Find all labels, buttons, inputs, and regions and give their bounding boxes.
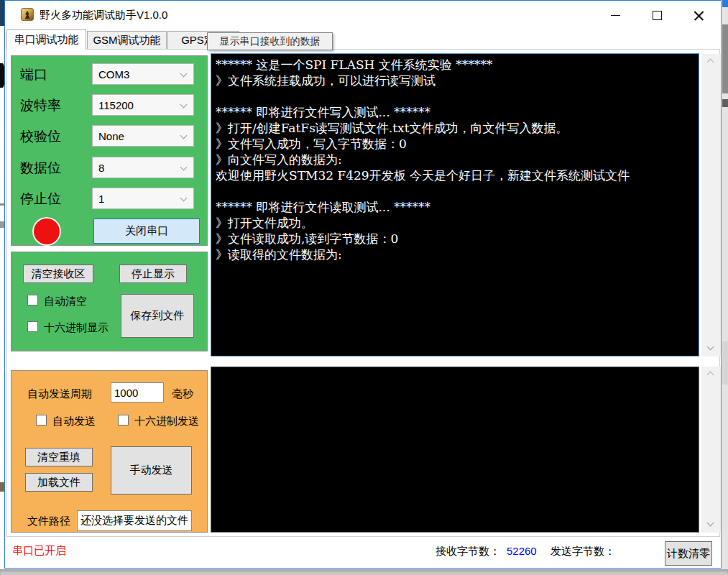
stopbits-value: 1 [98,193,104,205]
terminal-line: 》打开文件成功。 [216,215,694,231]
scroll-down-icon[interactable] [707,344,714,351]
hex-display-label: 十六进制显示 [44,321,109,335]
auto-send-period-input[interactable] [111,382,164,402]
hex-send-label: 十六进制发送 [134,415,199,428]
desktop-bottom-strip [0,569,728,575]
auto-clear-checkbox[interactable] [27,295,38,305]
terminal-line [216,88,694,104]
baud-value: 115200 [98,99,134,111]
auto-send-period-label: 自动发送周期 [27,387,92,401]
app-window: 野火多功能调试助手V1.0.0 串口调试功能 GSM调试功能 GPS定位 显示串… [4,0,722,569]
stop-display-button[interactable]: 停止显示 [119,264,187,283]
window-title: 野火多功能调试助手V1.0.0 [40,9,167,22]
stopbits-label: 停止位 [20,190,61,208]
scroll-up-icon[interactable] [707,59,714,66]
minimize-button[interactable] [600,5,630,25]
send-scrollbar[interactable] [701,367,721,533]
tab-gsm-debug[interactable]: GSM调试功能 [87,31,167,50]
chevron-down-icon [180,101,188,109]
auto-send-label: 自动发送 [52,415,96,428]
hex-display-checkbox[interactable] [27,321,38,332]
tx-bytes-label: 发送字节数： [550,545,615,558]
status-bar: 串口已开启 接收字节数： 52260 发送字节数： 计数清零 [6,537,720,568]
close-port-button[interactable]: 关闭串口 [93,218,200,244]
serial-settings-panel: 端口 COM3 波特率 115200 校验位 None 数据位 8 停止位 1 … [11,55,208,246]
rx-bytes-label: 接收字节数： [436,545,500,558]
receive-data-area[interactable]: ****** 这是一个SPI FLASH 文件系统实验 ****** 》文件系统… [211,53,699,356]
desktop-right-artifact [722,24,728,93]
chevron-down-icon [180,164,188,171]
auto-send-checkbox[interactable] [36,415,47,426]
send-data-area[interactable] [211,367,699,533]
tab-serial-debug[interactable]: 串口调试功能 [6,29,86,50]
chevron-down-icon [180,195,188,202]
databits-value: 8 [98,162,104,174]
save-to-file-button[interactable]: 保存到文件 [121,294,194,338]
desktop-right-artifact [722,341,728,385]
terminal-line: 》文件读取成功,读到字节数据：0 [216,231,694,247]
parity-value: None [98,130,124,142]
terminal-line: ****** 即将进行文件读取测试... ****** [216,199,694,215]
receive-controls-panel: 清空接收区 停止显示 自动清空 保存到文件 十六进制显示 [11,252,208,351]
terminal-line: 欢迎使用野火STM32 F429开发板 今天是个好日子，新建文件系统测试文件 [216,167,694,183]
databits-label: 数据位 [20,159,61,178]
parity-select[interactable]: None [92,125,194,147]
port-label: 端口 [20,65,47,84]
port-value: COM3 [98,68,129,80]
terminal-line: 》打开/创建FatFs读写测试文件.txt文件成功，向文件写入数据。 [216,120,694,136]
hex-send-checkbox[interactable] [118,415,129,426]
load-file-button[interactable]: 加载文件 [25,473,93,492]
terminal-line [216,183,694,199]
milliseconds-label: 毫秒 [172,387,193,401]
baud-label: 波特率 [20,96,61,115]
terminal-line: ****** 即将进行文件写入测试... ****** [216,104,694,120]
chevron-down-icon [180,70,188,78]
maximize-button[interactable] [642,5,672,25]
manual-send-button[interactable]: 手动发送 [111,446,192,494]
scroll-up-icon[interactable] [707,372,714,379]
auto-clear-label: 自动清空 [44,295,87,308]
port-open-indicator [34,218,60,244]
file-path-input[interactable] [77,510,192,531]
close-button[interactable] [683,5,714,25]
databits-select[interactable]: 8 [92,157,194,178]
reset-counter-button[interactable]: 计数清零 [665,541,712,566]
parity-label: 校验位 [20,127,61,146]
rx-bytes-count: 52260 [507,545,538,557]
app-logo-icon [21,8,34,21]
baud-select[interactable]: 115200 [92,94,194,116]
terminal-line: 》文件写入成功，写入字节数据：0 [216,136,694,152]
tooltip-receive-data: 显示串口接收到的数据 [207,32,333,50]
close-icon [694,10,704,21]
desktop-right-artifact [722,99,728,107]
port-select[interactable]: COM3 [92,63,194,85]
terminal-line: 》向文件写入的数据为: [216,152,694,167]
port-status-text: 串口已开启 [12,544,66,558]
scroll-down-icon[interactable] [707,520,714,527]
terminal-line: ****** 这是一个SPI FLASH 文件系统实验 ****** [216,57,694,73]
clear-refill-button[interactable]: 清空重填 [25,448,93,466]
minimize-icon [611,15,620,16]
maximize-icon [653,11,662,20]
clear-receive-button[interactable]: 清空接收区 [23,264,93,283]
receive-scrollbar[interactable] [701,54,721,356]
file-path-label: 文件路径 [27,515,70,528]
chevron-down-icon [180,132,188,139]
stopbits-select[interactable]: 1 [92,188,194,209]
terminal-line: 》读取得的文件数据为: [216,247,694,262]
send-controls-panel: 自动发送周期 毫秒 自动发送 十六进制发送 清空重填 手动发送 加载文件 文件路… [11,370,208,533]
terminal-line: 》文件系统挂载成功，可以进行读写测试 [216,73,694,88]
titlebar: 野火多功能调试助手V1.0.0 [5,1,721,29]
desktop-right-artifact [722,0,728,7]
